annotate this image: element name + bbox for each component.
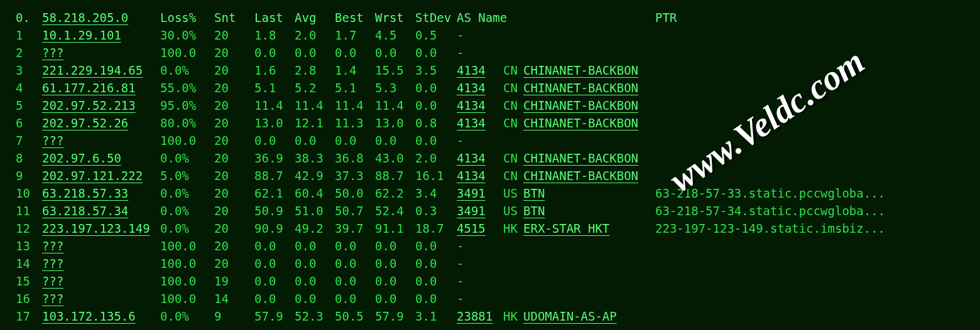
cell-hop: 6 [16,114,42,132]
cell-host[interactable]: 223.197.123.149 [42,220,160,237]
cell-asname: - [457,26,655,44]
mtr-header-row: 0. 58.218.205.0 Loss% Snt Last Avg Best … [16,9,964,26]
cell-ptr [655,149,964,167]
cell-host[interactable]: 63.218.57.34 [42,202,160,220]
cell-best: 11.3 [335,114,375,132]
cell-stdev: 3.4 [415,184,457,202]
cell-stdev: 0.0 [415,255,457,272]
cell-wrst: 57.9 [375,307,415,325]
cell-wrst: 0.0 [375,44,415,61]
cell-best: 39.7 [335,220,375,237]
cell-snt: 20 [214,220,254,237]
cell-ptr [655,272,964,290]
cell-host[interactable]: ??? [42,44,160,61]
cell-host[interactable]: 63.218.57.33 [42,184,160,202]
cell-stdev: 0.0 [415,79,457,97]
cell-snt: 19 [214,272,254,290]
cell-avg: 5.2 [295,79,335,97]
cell-host[interactable]: 10.1.29.101 [42,26,160,44]
cell-wrst: 52.4 [375,202,415,220]
cell-asnum[interactable]: 4134 [457,167,503,184]
cell-stdev: 3.1 [415,307,457,325]
cell-wrst: 0.0 [375,237,415,255]
col-header-best: Best [335,9,375,26]
cell-best: 5.1 [335,79,375,97]
cell-asnum[interactable]: 4134 [457,97,503,114]
cell-host[interactable]: ??? [42,237,160,255]
cell-host[interactable]: ??? [42,272,160,290]
cell-asname[interactable]: ERX-STAR HKT [523,220,655,237]
cell-asname[interactable]: CHINANET-BACKBON [523,61,655,79]
cell-hop: 12 [16,220,42,237]
cell-best: 11.4 [335,97,375,114]
hop-rows: 110.1.29.10130.0%201.82.01.74.50.5-2???1… [16,26,964,325]
cell-cc: HK [503,220,523,237]
cell-host[interactable]: 61.177.216.81 [42,79,160,97]
cell-host[interactable]: ??? [42,255,160,272]
cell-snt: 14 [214,290,254,307]
cell-ptr [655,290,964,307]
cell-host[interactable]: 221.229.194.65 [42,61,160,79]
cell-asname[interactable]: CHINANET-BACKBON [523,167,655,184]
cell-asname: - [457,44,655,61]
cell-last: 88.7 [254,167,295,184]
cell-best: 1.4 [335,61,375,79]
cell-snt: 20 [214,114,254,132]
cell-avg: 51.0 [295,202,335,220]
cell-host[interactable]: 202.97.52.213 [42,97,160,114]
cell-snt: 20 [214,97,254,114]
cell-host[interactable]: 103.172.135.6 [42,307,160,325]
cell-asname[interactable]: CHINANET-BACKBON [523,79,655,97]
cell-loss: 80.0% [160,114,214,132]
cell-asname[interactable]: UDOMAIN-AS-AP [523,307,655,325]
cell-host[interactable]: 202.97.6.50 [42,149,160,167]
cell-host[interactable]: 202.97.121.222 [42,167,160,184]
cell-ptr [655,237,964,255]
cell-cc: CN [503,97,523,114]
cell-asname: - [457,290,655,307]
cell-last: 1.8 [254,26,295,44]
cell-avg: 38.3 [295,149,335,167]
cell-asnum[interactable]: 23881 [457,307,503,325]
cell-asname[interactable]: CHINANET-BACKBON [523,149,655,167]
cell-asname[interactable]: CHINANET-BACKBON [523,114,655,132]
cell-stdev: 0.0 [415,44,457,61]
hop-row: 5202.97.52.21395.0%2011.411.411.411.40.0… [16,97,964,114]
target-host[interactable]: 58.218.205.0 [42,9,160,26]
cell-asnum[interactable]: 4515 [457,220,503,237]
cell-asnum[interactable]: 4134 [457,114,503,132]
cell-loss: 100.0 [160,44,214,61]
cell-loss: 100.0 [160,272,214,290]
cell-asname[interactable]: BTN [523,184,655,202]
cell-asname[interactable]: CHINANET-BACKBON [523,97,655,114]
cell-asname[interactable]: BTN [523,202,655,220]
cell-cc: CN [503,61,523,79]
cell-last: 36.9 [254,149,295,167]
cell-hop: 16 [16,290,42,307]
cell-host[interactable]: ??? [42,132,160,149]
cell-ptr [655,167,964,184]
cell-last: 0.0 [254,290,295,307]
cell-hop: 14 [16,255,42,272]
cell-asnum[interactable]: 3491 [457,184,503,202]
cell-ptr [655,97,964,114]
cell-asnum[interactable]: 3491 [457,202,503,220]
cell-host[interactable]: 202.97.52.26 [42,114,160,132]
cell-snt: 20 [214,237,254,255]
cell-stdev: 0.0 [415,132,457,149]
cell-asname: - [457,255,655,272]
cell-host[interactable]: ??? [42,290,160,307]
cell-ptr [655,114,964,132]
cell-asnum[interactable]: 4134 [457,61,503,79]
hop-row: 15???100.0190.00.00.00.00.0- [16,272,964,290]
cell-asnum[interactable]: 4134 [457,79,503,97]
cell-best: 0.0 [335,237,375,255]
cell-ptr [655,255,964,272]
cell-cc: US [503,202,523,220]
cell-ptr [655,61,964,79]
cell-hop: 7 [16,132,42,149]
hop-row: 6202.97.52.2680.0%2013.012.111.313.00.84… [16,114,964,132]
cell-wrst: 0.0 [375,290,415,307]
cell-asnum[interactable]: 4134 [457,149,503,167]
cell-hop: 5 [16,97,42,114]
